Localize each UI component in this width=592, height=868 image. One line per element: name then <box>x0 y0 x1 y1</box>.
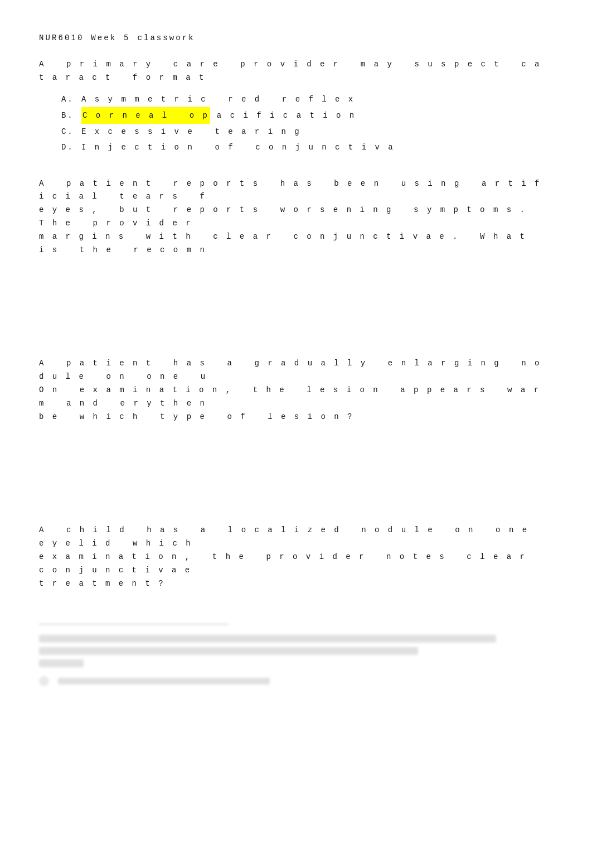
blurred-underline <box>39 624 229 625</box>
answer-item-c: C. E x c e s s i v e t e a r i n g <box>61 124 553 139</box>
answer-label-a: A. <box>61 91 75 107</box>
blurred-line-1 <box>39 635 496 643</box>
blurred-bullet <box>39 676 49 686</box>
answer-label-c: C. <box>61 124 75 139</box>
answer-text-c: E x c e s s i v e t e a r i n g <box>81 124 300 139</box>
question-3: A p a t i e n t h a s a g r a d u a l l … <box>39 357 553 423</box>
answer-list-1: A. A s y m m e t r i c r e d r e f l e x… <box>39 91 553 155</box>
page-content: NUR6010 Week 5 classwork A p r i m a r y… <box>39 33 553 686</box>
question-1-text: A p r i m a r y c a r e p r o v i d e r … <box>39 58 553 85</box>
answer-label-b: B. <box>61 108 75 123</box>
question-4: A c h i l d h a s a l o c a l i z e d n … <box>39 524 553 590</box>
answer-text-d: I n j e c t i o n o f c o n j u n c t i … <box>81 139 394 155</box>
answer-text-a: A s y m m e t r i c r e d r e f l e x <box>81 91 355 107</box>
answer-label-d: D. <box>61 139 75 155</box>
answer-text-b-highlighted: C o r n e a l o p <box>81 107 210 124</box>
on-label: O n <box>39 385 59 394</box>
answer-text-b-rest: a c i f i c a t i o n <box>217 108 356 123</box>
page-title: NUR6010 Week 5 classwork <box>39 33 553 42</box>
answer-item-d: D. I n j e c t i o n o f c o n j u n c t… <box>61 139 553 155</box>
blurred-line-3 <box>39 659 84 667</box>
question-1: A p r i m a r y c a r e p r o v i d e r … <box>39 58 553 155</box>
answer-item-a: A. A s y m m e t r i c r e d r e f l e x <box>61 91 553 107</box>
question-2-text: A p a t i e n t r e p o r t s h a s b e … <box>39 177 553 257</box>
answer-item-b: B. C o r n e a l o pa c i f i c a t i o … <box>61 107 553 124</box>
question-2: A p a t i e n t r e p o r t s h a s b e … <box>39 177 553 257</box>
question-4-text: A c h i l d h a s a l o c a l i z e d n … <box>39 524 553 590</box>
blurred-line-2 <box>39 647 418 655</box>
blurred-indent-text <box>58 678 270 684</box>
blurred-footer-section <box>39 624 553 686</box>
blurred-indent-item <box>39 676 553 686</box>
question-3-text: A p a t i e n t h a s a g r a d u a l l … <box>39 357 553 423</box>
